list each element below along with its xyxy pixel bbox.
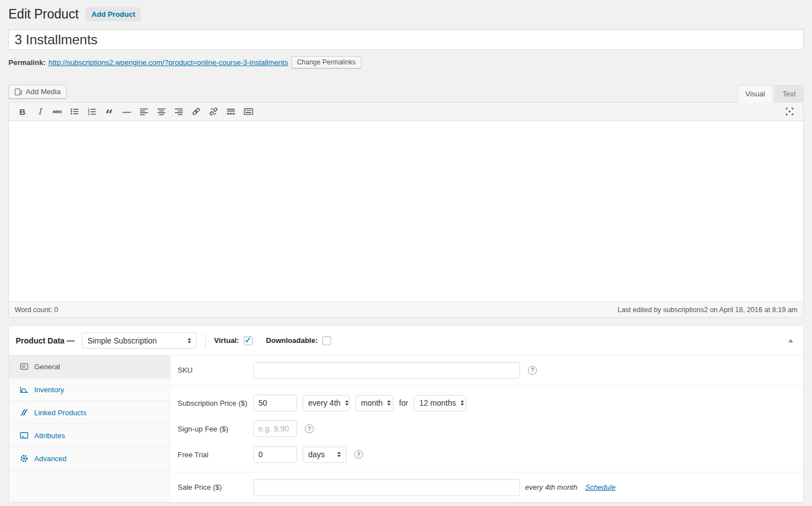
align-center-icon[interactable] (154, 104, 169, 119)
product-data-header: Product Data — Simple Subscription Virtu… (9, 326, 803, 355)
product-data-content: SKU ? Subscription Price ($) every 4th m… (170, 355, 803, 502)
add-product-button[interactable]: Add Product (86, 7, 141, 21)
numbered-list-icon[interactable]: 1 2 3 (84, 104, 100, 119)
downloadable-checkbox[interactable] (322, 336, 331, 345)
change-permalinks-button[interactable]: Change Permalinks (291, 56, 361, 68)
sku-row: SKU ? (170, 355, 803, 386)
free-trial-row: Free Trial days ? (170, 442, 803, 467)
downloadable-label: Downloadable: (266, 336, 318, 345)
subscription-length-select[interactable]: 12 months (414, 395, 466, 411)
schedule-link[interactable]: Schedule (585, 483, 615, 491)
last-edited-text: Last edited by subscriptions2 on April 1… (618, 306, 797, 314)
sale-price-label: Sale Price ($) (170, 483, 253, 491)
add-media-button[interactable]: Add Media (8, 85, 67, 99)
divider (205, 333, 206, 348)
trial-period-select[interactable]: days (303, 447, 346, 463)
tab-label: Linked Products (34, 408, 86, 417)
admin-page: Edit Product Add Product Permalink: http… (0, 0, 812, 503)
signup-fee-input[interactable] (253, 420, 297, 437)
tag-icon (19, 431, 29, 440)
panel-collapse-toggle[interactable] (785, 336, 796, 346)
tab-inventory[interactable]: Inventory (9, 378, 170, 401)
select-arrows-icon (188, 338, 191, 343)
add-media-label: Add Media (26, 87, 61, 96)
tab-general[interactable]: General (9, 355, 170, 378)
fullscreen-icon[interactable] (782, 104, 797, 119)
checkmark-icon: ✓ (244, 336, 252, 344)
tab-label: Advanced (34, 454, 67, 463)
page-header: Edit Product Add Product (8, 5, 804, 23)
product-data-body: General Inventory (9, 355, 803, 502)
editor-mode-tabs: Visual Text (737, 85, 804, 103)
sale-price-row: Sale Price ($) every 4th month Schedule (170, 472, 803, 502)
tab-visual[interactable]: Visual (737, 85, 773, 103)
select-arrows-icon (461, 400, 464, 406)
product-data-tabs: General Inventory (9, 355, 170, 502)
virtual-checkbox[interactable]: ✓ (244, 336, 253, 345)
sku-input[interactable] (253, 362, 520, 379)
bulleted-list-icon[interactable] (67, 104, 82, 119)
align-left-icon[interactable] (136, 104, 152, 119)
link-icon[interactable] (188, 104, 204, 119)
product-data-panel: Product Data — Simple Subscription Virtu… (8, 326, 804, 503)
select-arrows-icon (337, 452, 341, 457)
free-trial-input[interactable] (253, 446, 297, 463)
card-icon (19, 362, 29, 371)
blockquote-icon[interactable]: “ (101, 104, 117, 119)
product-data-title: Product Data — (16, 336, 75, 345)
permalink-label: Permalink: (8, 58, 45, 67)
tab-advanced[interactable]: Advanced (9, 447, 170, 470)
help-icon[interactable]: ? (305, 424, 314, 433)
permalink-url-link[interactable]: http://subscriptions2.wpengine.com/?prod… (48, 58, 287, 67)
product-type-value: Simple Subscription (87, 336, 157, 345)
editor-statusbar: Word count: 0 Last edited by subscriptio… (8, 301, 804, 318)
signup-fee-row: Sign-up Fee ($) ? (170, 416, 803, 442)
virtual-label: Virtual: (214, 336, 239, 345)
pricing-group: Subscription Price ($) every 4th month f… (170, 386, 803, 472)
signup-fee-label: Sign-up Fee ($) (170, 425, 253, 433)
help-icon[interactable]: ? (354, 450, 363, 459)
for-text: for (399, 398, 408, 407)
more-tag-icon[interactable] (223, 104, 239, 119)
billing-interval-select[interactable]: every 4th (303, 395, 350, 411)
editor-content[interactable] (8, 121, 804, 301)
help-icon[interactable]: ? (528, 366, 537, 375)
editor-toolbar: B I ABC 1 2 3 “ — (8, 102, 804, 121)
word-count-label: Word count: (15, 306, 52, 314)
page-title: Edit Product (8, 6, 78, 22)
billing-interval-value: every 4th (308, 398, 341, 407)
horizontal-rule-icon[interactable]: — (119, 104, 134, 119)
tab-label: General (34, 363, 60, 371)
free-trial-label: Free Trial (170, 451, 253, 459)
tab-label: Inventory (34, 386, 64, 394)
subscription-price-label: Subscription Price ($) (170, 399, 253, 407)
tab-attributes[interactable]: Attributes (9, 424, 170, 447)
sale-price-input[interactable] (253, 479, 520, 496)
subscription-price-row: Subscription Price ($) every 4th month f… (170, 390, 803, 416)
strikethrough-icon[interactable]: ABC (49, 104, 65, 119)
product-type-select[interactable]: Simple Subscription (82, 332, 197, 349)
select-arrows-icon (345, 400, 349, 406)
billing-period-select[interactable]: month (355, 395, 393, 411)
italic-icon[interactable]: I (32, 104, 48, 119)
content-editor: Add Media Visual Text B I ABC 1 2 (8, 82, 804, 318)
subscription-price-input[interactable] (253, 394, 297, 411)
align-right-icon[interactable] (171, 104, 187, 119)
billing-period-value: month (361, 398, 383, 407)
trial-period-value: days (308, 450, 325, 459)
product-title-input[interactable] (8, 29, 804, 50)
toolbar-toggle-icon[interactable] (240, 104, 256, 119)
tab-text[interactable]: Text (774, 85, 804, 103)
chevron-up-icon (788, 339, 793, 342)
tab-linked-products[interactable]: Linked Products (9, 401, 170, 424)
subscription-length-value: 12 months (419, 398, 456, 407)
svg-text:3: 3 (88, 113, 90, 116)
unlink-icon[interactable] (206, 104, 221, 119)
word-count: Word count: 0 (15, 306, 58, 314)
gear-icon (19, 454, 29, 463)
bold-icon[interactable]: B (15, 104, 30, 119)
sale-schedule-note: every 4th month (525, 483, 577, 491)
permalink: Permalink: http://subscriptions2.wpengin… (8, 56, 804, 68)
sku-label: SKU (170, 366, 253, 374)
media-icon (15, 88, 22, 96)
